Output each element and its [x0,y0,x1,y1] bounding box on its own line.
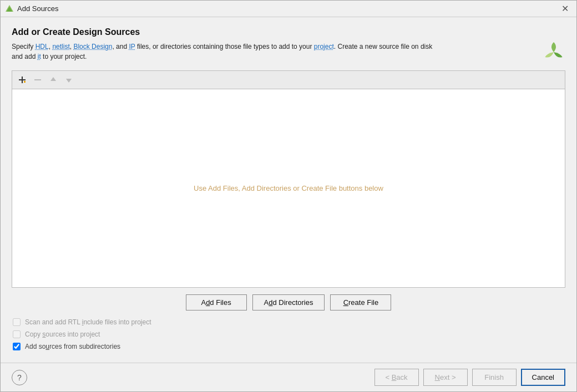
ip-link: IP [129,43,135,50]
action-buttons: Add Files Add Directories Create File [12,294,565,310]
netlist-link: netlist [52,43,69,50]
file-panel: Use Add Files, Add Directories or Create… [12,70,565,288]
hdl-link: HDL [36,43,49,50]
footer: ? < Back Next > Finish Cancel [1,363,576,391]
create-file-button[interactable]: Create File [330,294,391,310]
cancel-button[interactable]: Cancel [521,369,565,386]
help-button[interactable]: ? [12,370,27,385]
move-down-button[interactable] [62,73,75,86]
header-row: Add or Create Design Sources Specify HDL… [12,27,565,70]
add-subdirs-checkbox[interactable] [13,343,21,350]
content-area: Add or Create Design Sources Specify HDL… [1,17,576,363]
option-copy-sources: Copy sources into project [13,330,565,338]
move-up-icon [49,75,58,84]
add-subdirs-label: Add sources from subdirectories [25,343,120,350]
move-down-icon [64,75,73,84]
svg-marker-6 [50,77,56,81]
scan-rtl-label: Scan and add RTL include files into proj… [25,318,151,326]
move-up-button[interactable] [47,73,60,86]
svg-rect-4 [24,81,26,83]
back-button[interactable]: < Back [374,369,419,386]
nav-buttons: < Back Next > Finish Cancel [374,369,565,386]
add-directories-button[interactable]: Add Directories [252,294,325,310]
finish-button[interactable]: Finish [472,369,517,386]
block-design-link: Block Design [73,43,112,50]
title-bar: Add Sources ✕ [1,1,576,17]
svg-rect-3 [19,79,26,80]
svg-marker-7 [66,79,72,83]
description: Specify HDL, netlist, Block Design, and … [12,42,432,62]
add-icon [18,75,27,84]
copy-sources-checkbox[interactable] [13,330,21,338]
main-window: Add Sources ✕ Add or Create Design Sourc… [0,0,577,392]
copy-sources-label: Copy sources into project [25,330,100,338]
vivado-logo [542,40,565,65]
title-bar-left: Add Sources [5,4,58,13]
page-title: Add or Create Design Sources [12,27,432,37]
option-add-subdirs: Add sources from subdirectories [13,343,565,350]
option-scan-rtl: Scan and add RTL include files into proj… [13,318,565,326]
project-link: project [314,43,334,50]
remove-icon [33,75,42,84]
file-list-area: Use Add Files, Add Directories or Create… [12,89,565,287]
it-link: it [38,53,41,60]
remove-item-button[interactable] [31,73,44,86]
svg-rect-5 [34,79,41,80]
scan-rtl-checkbox[interactable] [13,318,21,326]
window-title: Add Sources [17,4,58,13]
add-files-button[interactable]: Add Files [186,294,247,310]
app-icon [5,4,14,13]
header-text: Add or Create Design Sources Specify HDL… [12,27,432,70]
next-button[interactable]: Next > [423,369,468,386]
toolbar [12,71,565,89]
options-area: Scan and add RTL include files into proj… [12,318,565,350]
placeholder-text: Use Add Files, Add Directories or Create… [194,184,383,192]
add-item-button[interactable] [16,73,29,86]
close-button[interactable]: ✕ [559,4,571,13]
